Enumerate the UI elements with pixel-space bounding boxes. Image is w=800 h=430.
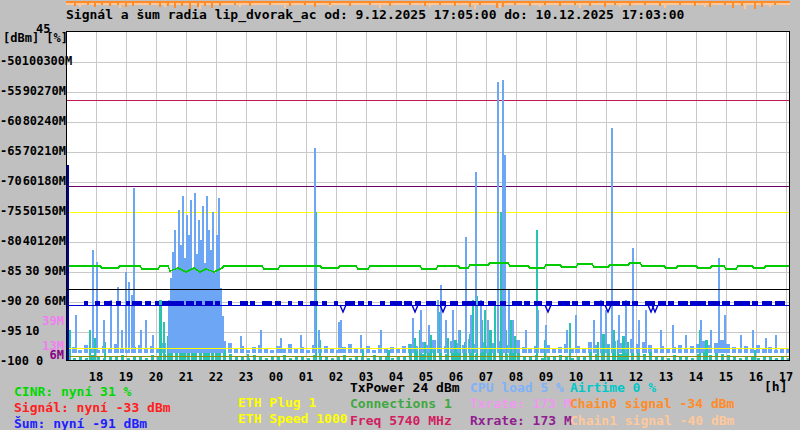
x-axis-hour-label: 00 — [261, 371, 291, 384]
y-axis-tick-label: 80 — [22, 115, 37, 128]
y-axis-tick-label: 100 — [22, 55, 44, 68]
y-axis-row: -6570210M — [0, 145, 66, 158]
y-axis-tick-label: 40 — [22, 235, 37, 248]
y-axis-row: -8040120M — [0, 235, 66, 248]
y-axis-row: -7060180M — [0, 175, 66, 188]
rate-mark-label: 6M — [0, 349, 64, 362]
x-axis-unit-label: [h] — [764, 380, 787, 394]
y-axis-tick-label: -65 — [0, 145, 22, 158]
y-axis-tick-label: 70 — [22, 145, 37, 158]
y-axis-tick-label: -80 — [0, 235, 22, 248]
legend-rxrate: Rxrate: 173 M — [470, 414, 572, 428]
x-axis-hour-label: 20 — [141, 371, 171, 384]
y-axis-tick-label: 20 — [22, 295, 40, 308]
x-axis-hour-label: 14 — [681, 371, 711, 384]
y-axis-tick-label: -75 — [0, 205, 22, 218]
legend-freq: Freq 5740 MHz — [350, 414, 452, 428]
y-axis-tick-label: 60 — [22, 175, 37, 188]
rate-mark-label: 39M — [0, 315, 64, 328]
y-axis-row: -7550150M — [0, 205, 66, 218]
y-axis-tick-label: -90 — [0, 295, 22, 308]
y-axis-tick-label: 180M — [37, 175, 66, 188]
y-axis-row: -853090M — [0, 265, 66, 278]
x-axis-hour-label: 22 — [201, 371, 231, 384]
y-axis-tick-label: -85 — [0, 265, 22, 278]
y-axis-tick-label: -60 — [0, 115, 22, 128]
legend-chain1: Chain1 signal -40 dBm — [570, 414, 734, 428]
x-axis-hour-label: 18 — [81, 371, 111, 384]
y-axis-tick-label: 50 — [22, 205, 37, 218]
y-axis-tick-label: 300M — [43, 55, 72, 68]
legend-txpower: TxPower 24 dBm — [350, 381, 460, 395]
y-axis-tick-label: 240M — [37, 115, 66, 128]
x-axis-hour-label: 01 — [291, 371, 321, 384]
chart-canvas — [0, 0, 800, 430]
legend-cinr: CINR: nyní 31 % — [14, 385, 131, 399]
y-axis-tick-label: 120M — [37, 235, 66, 248]
chart-title: Signál a šum radia lip_dvorak_ac od: 9.1… — [66, 8, 684, 22]
y-axis-tick-label: 270M — [37, 85, 66, 98]
y-axis-row: -50100300M — [0, 55, 66, 68]
legend-airtime: Airtime 0 % — [570, 381, 656, 395]
legend-chain0: Chain0 signal -34 dBm — [570, 397, 734, 411]
legend-signal: Signál: nyní -33 dBm — [14, 401, 171, 415]
y-axis-row: -902060M — [0, 295, 66, 308]
y-axis-tick-label: 90 — [22, 85, 37, 98]
y-axis-tick-label: 30 — [22, 265, 40, 278]
y-axis-tick-label: 90M — [40, 265, 66, 278]
y-axis-tick-label: -55 — [0, 85, 22, 98]
legend-eth-plug: ETH Plug 1 — [238, 396, 316, 410]
y-axis-tick-label: -70 — [0, 175, 22, 188]
x-axis-hour-label: 02 — [321, 371, 351, 384]
y-axis-row: -6080240M — [0, 115, 66, 128]
y-axis-unit-label: [dBm] [%] — [3, 31, 68, 45]
x-axis-hour-label: 23 — [231, 371, 261, 384]
legend-txrate: Txrate: 173 M — [470, 397, 572, 411]
x-axis-hour-label: 19 — [111, 371, 141, 384]
y-axis-tick-label: 60M — [40, 295, 66, 308]
legend-cpu-load: CPU load 5 % — [470, 381, 564, 395]
signal-noise-graph: Signál a šum radia lip_dvorak_ac od: 9.1… — [0, 0, 800, 430]
legend-connections: Connections 1 — [350, 397, 452, 411]
legend-eth-speed: ETH Speed 1000 — [238, 412, 348, 426]
y-axis-tick-label: 150M — [37, 205, 66, 218]
x-axis-hour-label: 15 — [711, 371, 741, 384]
x-axis-hour-label: 21 — [171, 371, 201, 384]
y-axis-row: -5590270M — [0, 85, 66, 98]
legend-noise: Šum: nyní -91 dBm — [14, 417, 147, 430]
y-axis-tick-label: 210M — [37, 145, 66, 158]
y-axis-tick-label: -50 — [0, 55, 22, 68]
